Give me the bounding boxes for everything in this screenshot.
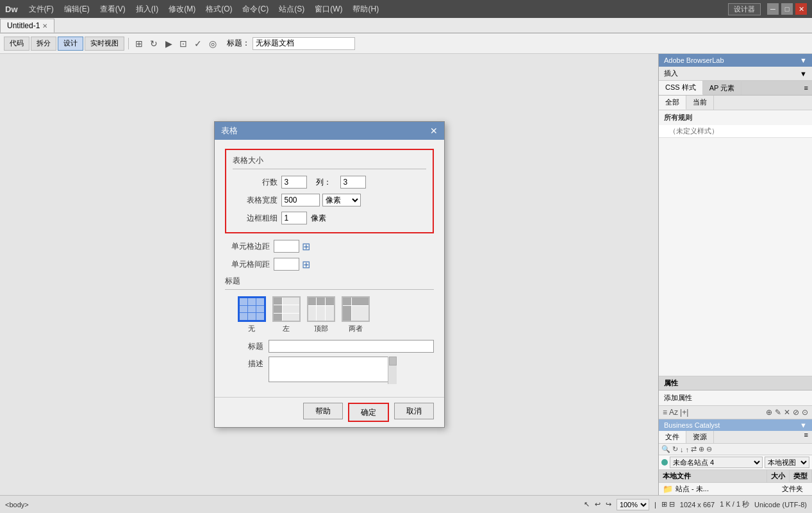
css-panel-toolbar: ≡ Az |+| ⊕ ✎ ✕ ⊘ ⊙: [659, 406, 812, 419]
status-sep1: |: [654, 501, 656, 509]
border-unit: 像素: [311, 213, 326, 224]
all-current-tabs: 全部 当前: [659, 96, 812, 110]
menu-edit[interactable]: 编辑(E): [60, 3, 94, 16]
bc-resource-tab[interactable]: 资源: [686, 431, 714, 443]
dimensions: 1024 x 667: [680, 501, 715, 509]
inspect-icon[interactable]: ⊞: [133, 37, 145, 50]
menu-modify[interactable]: 修改(M): [164, 3, 200, 16]
border-label: 边框粗细: [233, 213, 278, 224]
title-acc-label: 标题: [225, 341, 263, 352]
preview-icon[interactable]: ▶: [162, 37, 175, 50]
menu-help[interactable]: 帮助(H): [348, 3, 383, 16]
title-acc-input[interactable]: [269, 340, 434, 353]
caption-none-option[interactable]: 无: [238, 296, 266, 333]
live-view-button[interactable]: 实时视图: [85, 37, 124, 51]
menu-insert[interactable]: 插入(I): [131, 3, 163, 16]
bc-connect-icon[interactable]: ⊕: [699, 445, 704, 453]
editor-area[interactable]: 表格 ✕ 表格大小 行数 列：: [0, 54, 658, 495]
dialog-close-button[interactable]: ✕: [430, 126, 438, 136]
width-unit-select[interactable]: 像素: [322, 194, 361, 206]
designer-button[interactable]: 设计器: [728, 3, 761, 15]
undo-icon[interactable]: ↩: [595, 500, 601, 509]
all-rules-label: 所有规则: [659, 110, 812, 125]
code-button[interactable]: 代码: [4, 37, 29, 51]
caption-left-option[interactable]: 左: [272, 296, 301, 333]
bc-site-select[interactable]: 未命名站点 4: [670, 457, 763, 468]
folder-icon: 📁: [663, 484, 673, 494]
add-property[interactable]: 添加属性: [659, 391, 812, 406]
cell-spacing-input[interactable]: [274, 258, 299, 271]
browser-icon[interactable]: ◎: [206, 37, 219, 50]
bc-collapse-icon[interactable]: ▼: [800, 421, 807, 429]
css-ap-tab-bar: CSS 样式 AP 元素 ≡: [659, 81, 812, 96]
toolbar-separator: [128, 38, 129, 49]
tab-bar: Untitled-1 ✕: [0, 18, 812, 33]
right-panel: Adobe BrowserLab ▼ 插入 ▼ CSS 样式 AP 元素 ≡ 全…: [658, 54, 812, 495]
caption-both-option[interactable]: 两者: [342, 296, 370, 333]
css-icon-6[interactable]: ✕: [784, 408, 790, 417]
caption-top-label: 顶部: [314, 324, 328, 333]
summary-textarea[interactable]: [269, 357, 397, 382]
bc-panel-options[interactable]: ≡: [804, 431, 812, 443]
split-button[interactable]: 拆分: [31, 37, 56, 51]
bc-tabs: 文件 资源 ≡: [659, 431, 812, 444]
redo-icon[interactable]: ↪: [606, 500, 611, 509]
css-icon-7[interactable]: ⊘: [793, 408, 799, 417]
bc-disconnect-icon[interactable]: ⊖: [706, 445, 712, 453]
maximize-button[interactable]: □: [781, 3, 793, 15]
close-button[interactable]: ✕: [795, 3, 807, 15]
menu-file[interactable]: 文件(F): [24, 3, 58, 16]
css-icon-4[interactable]: ⊕: [766, 408, 772, 417]
scrollbar-thumb: [389, 357, 397, 366]
menu-site[interactable]: 站点(S): [274, 3, 309, 16]
css-tab[interactable]: CSS 样式: [659, 81, 703, 95]
cols-input[interactable]: [340, 176, 366, 189]
css-icon-8[interactable]: ⊙: [802, 408, 808, 417]
bc-view-select[interactable]: 本地视图: [765, 457, 809, 468]
menu-format[interactable]: 格式(O): [201, 3, 236, 16]
toolbar-icons: ⊞ ↻ ▶ ⊡ ✓ ◎: [133, 37, 219, 50]
width-input[interactable]: [281, 194, 320, 206]
cancel-button[interactable]: 取消: [394, 403, 434, 419]
minimize-button[interactable]: ─: [767, 3, 779, 15]
menu-command[interactable]: 命令(C): [238, 3, 273, 16]
css-icon-3[interactable]: |+|: [680, 408, 688, 417]
bc-refresh-icon[interactable]: ↻: [672, 445, 678, 453]
help-button[interactable]: 帮助: [303, 403, 343, 419]
rows-input[interactable]: [281, 176, 307, 189]
caption-top-option[interactable]: 顶部: [307, 296, 335, 333]
file-size: 1 K / 1 秒: [720, 500, 749, 509]
summary-scrollbar[interactable]: [388, 357, 397, 384]
type-col: 类型: [790, 470, 812, 482]
debug-icon[interactable]: ⊡: [177, 37, 190, 50]
design-button[interactable]: 设计: [58, 37, 83, 51]
cell-padding-input[interactable]: [274, 240, 299, 253]
document-tab[interactable]: Untitled-1 ✕: [0, 19, 54, 33]
status-right: ↖ ↩ ↪ 100% | ⊞ ⊟ 1024 x 667 1 K / 1 秒 Un…: [584, 499, 807, 510]
refresh-icon[interactable]: ↻: [147, 37, 160, 50]
tab-close-icon[interactable]: ✕: [42, 22, 47, 29]
title-acc-row: 标题: [225, 340, 434, 353]
title-input[interactable]: [253, 37, 355, 50]
menu-view[interactable]: 查看(V): [95, 3, 130, 16]
bc-sync-icon[interactable]: ⇄: [691, 445, 697, 453]
panel-options-icon[interactable]: ≡: [804, 84, 812, 92]
ok-button[interactable]: 确定: [349, 404, 388, 421]
border-input[interactable]: [281, 212, 307, 224]
menu-window[interactable]: 窗口(W): [310, 3, 347, 16]
bc-file-tab[interactable]: 文件: [659, 431, 686, 443]
panel-collapse-icon[interactable]: ▼: [800, 56, 807, 64]
bc-download-icon[interactable]: ↓: [680, 446, 684, 453]
ap-tab[interactable]: AP 元素: [703, 81, 742, 95]
all-tab[interactable]: 全部: [659, 96, 686, 110]
validate-icon[interactable]: ✓: [192, 37, 204, 50]
css-icon-1[interactable]: ≡: [663, 408, 667, 417]
css-icon-2[interactable]: Az: [669, 408, 678, 417]
current-tab[interactable]: 当前: [686, 96, 714, 110]
dialog-overlay: 表格 ✕ 表格大小 行数 列：: [0, 54, 658, 495]
bc-search-icon[interactable]: 🔍: [661, 445, 670, 453]
width-row: 表格宽度 像素: [233, 194, 426, 206]
bc-upload-icon[interactable]: ↑: [686, 446, 690, 453]
zoom-select[interactable]: 100%: [617, 499, 649, 510]
css-icon-5[interactable]: ✎: [775, 408, 781, 417]
